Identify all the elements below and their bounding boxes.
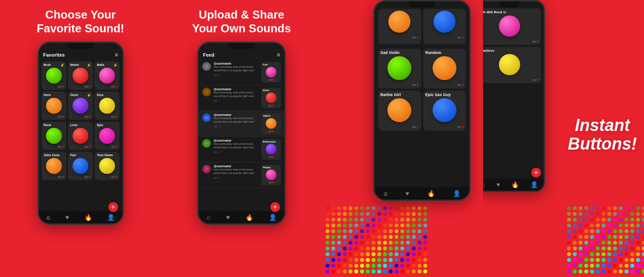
avatar-4 bbox=[202, 139, 211, 148]
sound-cell-rock[interactable]: Rock ···3M ♥ bbox=[42, 122, 66, 150]
avatar-2 bbox=[202, 88, 211, 96]
nav-person-1[interactable]: 👤 bbox=[107, 214, 115, 221]
btn-ibelieve[interactable] bbox=[499, 54, 520, 75]
screen-4: We Will Rock U ···3M ♥ I believe ···3M ♥… bbox=[483, 1, 544, 178]
btn-werockU[interactable] bbox=[499, 15, 520, 37]
nav-4: ⌂ ♥ 🔥 👤 bbox=[483, 178, 544, 191]
phone-1: Favorites ≡ Bruh ···3M ♥ ⚡ Meme ···3M ♥ … bbox=[38, 42, 124, 225]
avatar-3 bbox=[202, 113, 211, 122]
feed-btn-5[interactable] bbox=[266, 169, 276, 180]
fab-2[interactable]: + bbox=[270, 202, 280, 212]
sound-cell-top2[interactable]: ···3M ♥ bbox=[423, 9, 466, 44]
fab-4[interactable]: + bbox=[531, 168, 541, 177]
btn-fart[interactable] bbox=[73, 158, 88, 174]
sound-cell-ouch[interactable]: Ouch ···3M ♥ ⚡ bbox=[68, 92, 93, 120]
filter-icon-1[interactable]: ≡ bbox=[115, 52, 118, 58]
filter-icon-2[interactable]: ≡ bbox=[277, 52, 280, 58]
btn-bruh[interactable] bbox=[46, 68, 62, 84]
sound-cell-epic[interactable]: Epic ···2M ♥ bbox=[95, 122, 119, 150]
sound-cell-epicsaxguy[interactable]: Epic Sax Guy ···3M ♥ bbox=[423, 91, 466, 131]
nav-person-3[interactable]: 👤 bbox=[453, 190, 460, 197]
panel-1-title: Choose YourFavorite Sound! bbox=[37, 8, 124, 35]
nav-heart-1[interactable]: ♥ bbox=[65, 214, 69, 221]
screen-1: Favorites ≡ Bruh ···3M ♥ ⚡ Meme ···3M ♥ … bbox=[39, 43, 123, 211]
sound-cell-sadviolin[interactable]: Sad Violin ···3M ♥ bbox=[378, 49, 421, 88]
feed-btn-2[interactable] bbox=[266, 92, 276, 103]
btn-kiss[interactable] bbox=[99, 98, 115, 114]
feed-item-3: @username Hey community, look at this fu… bbox=[199, 111, 284, 137]
sound-cell-turndown[interactable]: Turn Down ···3M ♥ bbox=[95, 152, 119, 180]
nav-heart-2[interactable]: ♥ bbox=[226, 214, 230, 221]
panel-1: Choose YourFavorite Sound! Favorites ≡ B… bbox=[0, 0, 161, 277]
notch-2 bbox=[228, 43, 255, 49]
nav-fire-4[interactable]: 🔥 bbox=[511, 181, 519, 188]
btn-sadviolin[interactable] bbox=[387, 56, 411, 80]
panel-3: ···3M ♥ ···3M ♥ Sad Violin ···3M ♥ Rando… bbox=[322, 0, 483, 277]
phone-3: ···3M ♥ ···3M ♥ Sad Violin ···3M ♥ Rando… bbox=[373, 0, 471, 201]
feed-sound-2[interactable]: Siren 2M ♥ bbox=[261, 88, 281, 108]
feed-item-1: @username Hey community, look at this fu… bbox=[199, 60, 284, 85]
nav-home-4[interactable]: ⌂ bbox=[483, 181, 485, 188]
feed-item-4: @username Hey community, look at this fu… bbox=[199, 137, 284, 162]
nav-fire-3[interactable]: 🔥 bbox=[427, 190, 435, 197]
nav-heart-3[interactable]: ♥ bbox=[406, 190, 409, 197]
nav-home-1[interactable]: ⌂ bbox=[46, 214, 50, 221]
btn-love[interactable] bbox=[73, 128, 88, 144]
nav-heart-4[interactable]: ♥ bbox=[496, 181, 500, 188]
btn-bells[interactable] bbox=[99, 68, 115, 84]
feed-content-2: @username Hey community, look at this fu… bbox=[214, 88, 259, 103]
nav-person-2[interactable]: 👤 bbox=[269, 214, 276, 221]
notch-3 bbox=[409, 1, 435, 8]
btn-johncena[interactable] bbox=[46, 158, 62, 174]
sound-cell-barbiegirl[interactable]: Barbie Girl ···3M ♥ bbox=[378, 91, 421, 131]
feed-sound-3[interactable]: YMCA 2M ♥ bbox=[261, 113, 281, 134]
btn-random[interactable] bbox=[433, 56, 456, 80]
feed-item-5: @username Hey community, look at this fu… bbox=[199, 162, 284, 188]
feed-sound-4[interactable]: Badumpts 2M ♥ bbox=[261, 139, 281, 160]
feed-btn-3[interactable] bbox=[266, 118, 276, 129]
sound-cell-love[interactable]: Love ···3M ♥ bbox=[68, 122, 93, 150]
sound-grid-3-mid: Sad Violin ···3M ♥ Random ···3M ♥ Barbie… bbox=[375, 46, 469, 133]
btn-rock[interactable] bbox=[46, 128, 62, 144]
sound-cell-horn[interactable]: Horn ···3M ♥ bbox=[42, 92, 66, 120]
feed-btn-1[interactable] bbox=[266, 67, 276, 77]
sound-cell-werockU[interactable]: We Will Rock U ···3M ♥ bbox=[483, 8, 541, 45]
sound-cell-top1[interactable]: ···3M ♥ bbox=[378, 9, 421, 44]
instant-buttons-container: InstantButtons! bbox=[568, 116, 637, 154]
btn-meme[interactable] bbox=[73, 68, 88, 84]
btn-epic[interactable] bbox=[99, 128, 115, 144]
nav-home-2[interactable]: ⌂ bbox=[207, 214, 210, 221]
feed-content-4: @username Hey community, look at this fu… bbox=[214, 139, 259, 154]
btn-top1[interactable] bbox=[388, 11, 410, 33]
sound-cell-meme[interactable]: Meme ···3M ♥ ⚡ bbox=[68, 62, 93, 90]
btn-top2[interactable] bbox=[433, 11, 456, 33]
nav-fire-1[interactable]: 🔥 bbox=[84, 214, 92, 221]
fab-1[interactable]: + bbox=[108, 202, 118, 212]
phone-3-container: ···3M ♥ ···3M ♥ Sad Violin ···3M ♥ Rando… bbox=[373, 0, 471, 201]
sound-cell-fart[interactable]: Fart ···3M ♥ bbox=[68, 152, 93, 180]
nav-person-4[interactable]: 👤 bbox=[530, 181, 538, 188]
phone-2: Feed ≡ @username Hey community, look at … bbox=[197, 42, 286, 225]
sound-cell-random[interactable]: Random ···3M ♥ bbox=[423, 49, 466, 88]
sound-cell-bells[interactable]: Bells ···2M ♥ ⚡ bbox=[95, 62, 119, 90]
sound-cell-kiss[interactable]: Kiss ···3M ♥ bbox=[95, 92, 119, 120]
notch-1 bbox=[67, 43, 94, 49]
btn-barbiegirl[interactable] bbox=[387, 98, 411, 122]
feed-btn-4[interactable] bbox=[266, 144, 276, 154]
phone-4-container: We Will Rock U ···3M ♥ I believe ···3M ♥… bbox=[483, 0, 545, 192]
nav-1: ⌂ ♥ 🔥 👤 bbox=[39, 211, 123, 223]
feed-sound-1[interactable]: Fart 2M ♥ bbox=[261, 62, 281, 83]
nav-home-3[interactable]: ⌂ bbox=[383, 190, 387, 197]
panel-2-title: Upload & ShareYour Own Sounds bbox=[192, 8, 291, 35]
screen-3: ···3M ♥ ···3M ♥ Sad Violin ···3M ♥ Rando… bbox=[375, 1, 469, 187]
btn-horn[interactable] bbox=[46, 98, 62, 114]
btn-epicsaxguy[interactable] bbox=[433, 98, 456, 122]
avatar-5 bbox=[202, 165, 211, 173]
sound-cell-bruh[interactable]: Bruh ···3M ♥ ⚡ bbox=[42, 62, 66, 90]
nav-fire-2[interactable]: 🔥 bbox=[245, 214, 253, 221]
sound-cell-johncena[interactable]: John Cena ···3M ♥ bbox=[42, 152, 66, 180]
btn-turndown[interactable] bbox=[99, 158, 115, 174]
sound-cell-ibelieve[interactable]: I believe ···3M ♥ bbox=[483, 47, 541, 83]
feed-sound-5[interactable]: Happy 2M ♥ bbox=[261, 165, 281, 185]
btn-ouch[interactable] bbox=[73, 98, 88, 114]
